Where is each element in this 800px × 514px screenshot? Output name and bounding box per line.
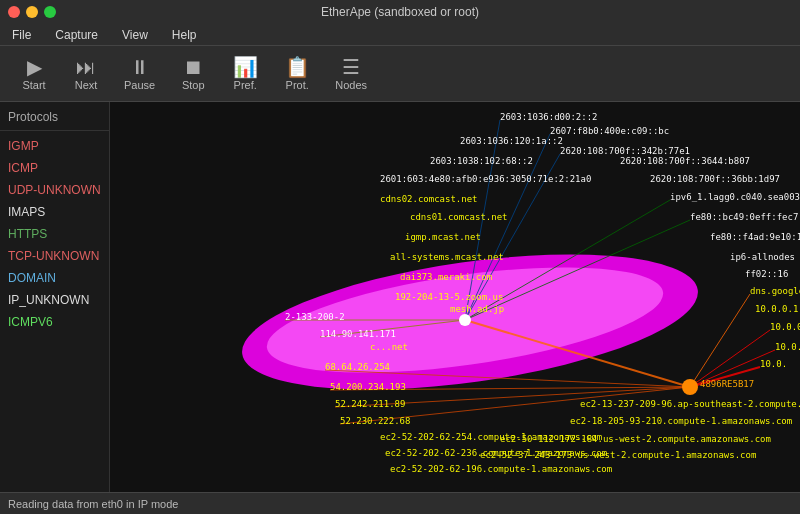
node-label: 10.0.0.1 <box>755 304 798 314</box>
main-hub-node[interactable] <box>682 379 698 395</box>
status-text: Reading data from eth0 in IP mode <box>8 498 178 510</box>
next-button[interactable]: ⏭ Next <box>64 53 108 95</box>
node-label: 10.0. <box>760 359 787 369</box>
node-label: cdns02.comcast.net <box>380 194 478 204</box>
node-label: 2603:1036:d00:2::2 <box>500 112 598 122</box>
menu-bar: File Capture View Help <box>0 24 800 46</box>
pause-label: Pause <box>124 79 155 91</box>
protocol-item-icmpv6[interactable]: ICMPV6 <box>0 311 109 333</box>
node-label: dns.google <box>750 286 800 296</box>
menu-file[interactable]: File <box>8 26 35 44</box>
sidebar-title: Protocols <box>0 110 109 131</box>
menu-capture[interactable]: Capture <box>51 26 102 44</box>
node-label: 52.230.222.68 <box>340 416 410 426</box>
node-label: ip6-allnodes <box>730 252 795 262</box>
node-label: dai373.meraki.com <box>400 272 492 282</box>
node-label: cdns01.comcast.net <box>410 212 508 222</box>
node-label: 2603:1038:102:68::2 <box>430 156 533 166</box>
stop-label: Stop <box>182 79 205 91</box>
prot-icon: 📋 <box>285 57 310 77</box>
node-label: c...net <box>370 342 408 352</box>
status-bar: Reading data from eth0 in IP mode <box>0 492 800 514</box>
protocol-item-ip-unknown[interactable]: IP_UNKNOWN <box>0 289 109 311</box>
node-label: 2603:1036:120:1a::2 <box>460 136 563 146</box>
node-label: 52.242.211.89 <box>335 399 405 409</box>
node-label: ff02::16 <box>745 269 788 279</box>
node-label: 4896RE5B17 <box>700 379 754 389</box>
minimize-button[interactable] <box>26 6 38 18</box>
main-area: Protocols IGMPICMPUDP-UNKNOWNIMAPSHTTPST… <box>0 102 800 492</box>
node-label: 54.200.234.193 <box>330 382 406 392</box>
protocol-item-domain[interactable]: DOMAIN <box>0 267 109 289</box>
node-label: igmp.mcast.net <box>405 232 481 242</box>
prot-label: Prot. <box>286 79 309 91</box>
node-label: ec2-52-202-62-196.compute-1.amazonaws.co… <box>390 464 612 474</box>
pref-label: Pref. <box>234 79 257 91</box>
next-label: Next <box>75 79 98 91</box>
protocol-item-https[interactable]: HTTPS <box>0 223 109 245</box>
nodes-icon: ☰ <box>342 57 360 77</box>
next-icon: ⏭ <box>76 57 96 77</box>
start-label: Start <box>22 79 45 91</box>
start-icon: ▶ <box>27 57 42 77</box>
node-label: 2-133-200-2 <box>285 312 345 322</box>
stop-button[interactable]: ⏹ Stop <box>171 53 215 95</box>
nodes-label: Nodes <box>335 79 367 91</box>
canvas-area: 2603:1036:d00:2::22607:f8b0:400e:c09::bc… <box>110 102 800 492</box>
protocol-item-udp-unknown[interactable]: UDP-UNKNOWN <box>0 179 109 201</box>
node-label: 2620:108:700f::3644:b807 <box>620 156 750 166</box>
node-label: 192-204-13-5.zoom.us <box>395 292 503 302</box>
node-label: 10.0.0.193 <box>770 322 800 332</box>
node-label: 2620:108:700f::36bb:1d97 <box>650 174 780 184</box>
window-title: EtherApe (sandboxed or root) <box>321 5 479 19</box>
title-bar: EtherApe (sandboxed or root) <box>0 0 800 24</box>
pause-button[interactable]: ⏸ Pause <box>116 53 163 95</box>
close-button[interactable] <box>8 6 20 18</box>
protocol-item-imaps[interactable]: IMAPS <box>0 201 109 223</box>
protocol-item-igmp[interactable]: IGMP <box>0 135 109 157</box>
pref-button[interactable]: 📊 Pref. <box>223 53 267 95</box>
node-label: 10.0.0.235 <box>775 342 800 352</box>
node-label: ec2-13-237-209-96.ap-southeast-2.compute… <box>580 399 800 409</box>
stop-icon: ⏹ <box>183 57 203 77</box>
node-label: 2601:603:4e80:afb0:e936:3050:71e:2:21a0 <box>380 174 591 184</box>
menu-help[interactable]: Help <box>168 26 201 44</box>
node-label: ipv6_1.lagg0.c040.sea003.ix.nflxvideo.ne… <box>670 192 800 202</box>
start-button[interactable]: ▶ Start <box>12 53 56 95</box>
sidebar: Protocols IGMPICMPUDP-UNKNOWNIMAPSHTTPST… <box>0 102 110 492</box>
node-label: fe80::f4ad:9e10:18a7:f50c <box>710 232 800 242</box>
node-label: ec2-50-112-172-184.us-west-2.compute.ama… <box>500 434 771 444</box>
hub-node[interactable] <box>459 314 471 326</box>
node-label: 2607:f8b0:400e:c09::bc <box>550 126 669 136</box>
node-label: mesh.ad.jp <box>450 304 504 314</box>
node-label: 2620:108:700f::342b:77e1 <box>560 146 690 156</box>
node-label: all-systems.mcast.net <box>390 252 504 262</box>
node-label: 68.64.26.254 <box>325 362 390 372</box>
prot-button[interactable]: 📋 Prot. <box>275 53 319 95</box>
node-label: 114.90.141.171 <box>320 329 396 339</box>
pref-icon: 📊 <box>233 57 258 77</box>
toolbar: ▶ Start ⏭ Next ⏸ Pause ⏹ Stop 📊 Pref. 📋 … <box>0 46 800 102</box>
traffic-lights <box>8 6 56 18</box>
nodes-button[interactable]: ☰ Nodes <box>327 53 375 95</box>
protocol-item-icmp[interactable]: ICMP <box>0 157 109 179</box>
menu-view[interactable]: View <box>118 26 152 44</box>
maximize-button[interactable] <box>44 6 56 18</box>
protocol-item-tcp-unknown[interactable]: TCP-UNKNOWN <box>0 245 109 267</box>
node-label: ec2-52-37-243-173.us-west-2.compute-1.am… <box>480 450 756 460</box>
node-label: fe80::bc49:0eff:fec7:7a22 <box>690 212 800 222</box>
pause-icon: ⏸ <box>130 57 150 77</box>
node-label: ec2-18-205-93-210.compute-1.amazonaws.co… <box>570 416 792 426</box>
network-graph: 2603:1036:d00:2::22607:f8b0:400e:c09::bc… <box>110 102 800 492</box>
